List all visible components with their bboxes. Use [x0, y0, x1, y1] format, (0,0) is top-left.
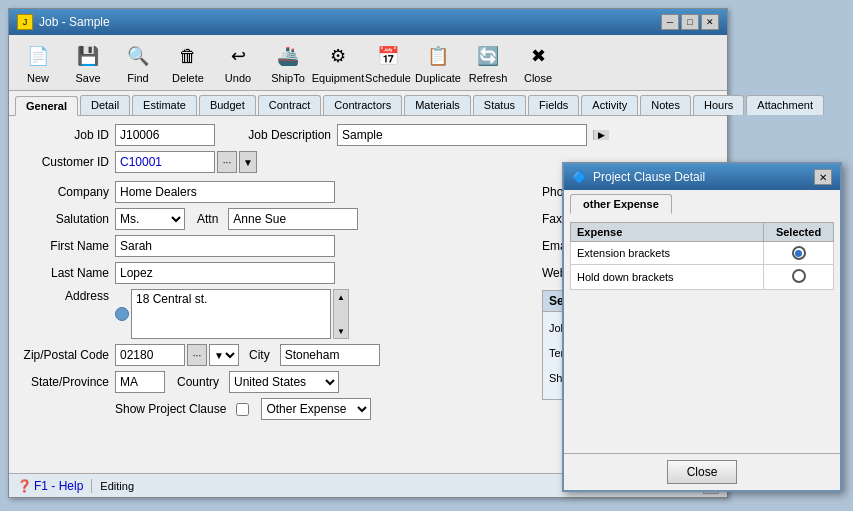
equipment-icon: ⚙ — [323, 41, 353, 71]
new-icon: 📄 — [23, 41, 53, 71]
dialog-title-icon: 🔷 — [572, 170, 587, 184]
selected-cell-1[interactable] — [764, 242, 834, 265]
first-name-label: First Name — [19, 239, 109, 253]
tab-notes[interactable]: Notes — [640, 95, 691, 115]
company-label: Company — [19, 185, 109, 199]
scroll-up-button[interactable]: ▲ — [334, 290, 348, 304]
toolbar: 📄 New 💾 Save 🔍 Find 🗑 Delete ↩ Undo 🚢 Sh… — [9, 35, 727, 91]
salutation-select[interactable]: Ms. Mr. Dr. — [115, 208, 185, 230]
tab-general[interactable]: General — [15, 96, 78, 116]
tab-contract[interactable]: Contract — [258, 95, 322, 115]
refresh-icon: 🔄 — [473, 41, 503, 71]
job-id-input[interactable] — [115, 124, 215, 146]
first-name-input[interactable] — [115, 235, 335, 257]
tab-attachment[interactable]: Attachment — [746, 95, 824, 115]
address-row: Address 18 Central st. ▲ ▼ — [19, 289, 522, 339]
state-country-row: State/Province Country United States Can… — [19, 371, 522, 393]
shipto-label: ShipTo — [271, 72, 305, 84]
zip-dropdown[interactable]: ▼ — [209, 344, 239, 366]
last-name-label: Last Name — [19, 266, 109, 280]
address-textarea[interactable]: 18 Central st. — [131, 289, 331, 339]
country-label: Country — [177, 375, 219, 389]
job-id-row: Job ID Job Description ▶ — [19, 124, 717, 146]
job-id-label: Job ID — [19, 128, 109, 142]
delete-icon: 🗑 — [173, 41, 203, 71]
col-expense: Expense — [571, 223, 764, 242]
customer-id-input[interactable] — [115, 151, 215, 173]
new-label: New — [27, 72, 49, 84]
selected-cell-2[interactable] — [764, 265, 834, 290]
shipto-button[interactable]: 🚢 ShipTo — [265, 39, 311, 86]
refresh-button[interactable]: 🔄 Refresh — [465, 39, 511, 86]
window-icon: J — [17, 14, 33, 30]
help-link[interactable]: ❓ F1 - Help — [17, 479, 83, 493]
maximize-button[interactable]: □ — [681, 14, 699, 30]
shipto-icon: 🚢 — [273, 41, 303, 71]
dialog-close-btn[interactable]: Close — [667, 460, 737, 484]
tab-fields[interactable]: Fields — [528, 95, 579, 115]
job-desc-scroll[interactable]: ▶ — [593, 130, 609, 140]
show-project-clause-checkbox[interactable] — [236, 403, 249, 416]
last-name-input[interactable] — [115, 262, 335, 284]
undo-button[interactable]: ↩ Undo — [215, 39, 261, 86]
schedule-button[interactable]: 📅 Schedule — [365, 39, 411, 86]
zip-dots-button[interactable]: ··· — [187, 344, 207, 366]
zip-city-row: Zip/Postal Code ··· ▼ City — [19, 344, 522, 366]
help-label: F1 - Help — [34, 479, 83, 493]
attn-input[interactable] — [228, 208, 358, 230]
tab-materials[interactable]: Materials — [404, 95, 471, 115]
radio-unselected-2[interactable] — [792, 269, 806, 283]
dialog-close-button[interactable]: ✕ — [814, 169, 832, 185]
salutation-label: Salutation — [19, 212, 109, 226]
delete-button[interactable]: 🗑 Delete — [165, 39, 211, 86]
col-selected: Selected — [764, 223, 834, 242]
company-input[interactable] — [115, 181, 335, 203]
title-bar: J Job - Sample ─ □ ✕ — [9, 9, 727, 35]
tab-detail[interactable]: Detail — [80, 95, 130, 115]
duplicate-label: Duplicate — [415, 72, 461, 84]
duplicate-icon: 📋 — [423, 41, 453, 71]
duplicate-button[interactable]: 📋 Duplicate — [415, 39, 461, 86]
job-desc-input[interactable] — [337, 124, 587, 146]
close-toolbar-button[interactable]: ✖ Close — [515, 39, 561, 86]
address-label: Address — [19, 289, 109, 303]
find-button[interactable]: 🔍 Find — [115, 39, 161, 86]
status-divider — [91, 479, 92, 493]
address-scrollbar[interactable]: ▲ ▼ — [333, 289, 349, 339]
editing-status: Editing — [100, 480, 134, 492]
dialog-tab-row: other Expense — [564, 190, 840, 214]
city-input[interactable] — [280, 344, 380, 366]
customer-id-arrow-button[interactable]: ▼ — [239, 151, 257, 173]
dialog-tab-other-expense[interactable]: other Expense — [570, 194, 672, 214]
tab-estimate[interactable]: Estimate — [132, 95, 197, 115]
zip-wrapper: ··· ▼ — [115, 344, 239, 366]
dialog-title-text: Project Clause Detail — [593, 170, 705, 184]
tabs-row: General Detail Estimate Budget Contract … — [9, 91, 727, 116]
tab-contractors[interactable]: Contractors — [323, 95, 402, 115]
zip-input[interactable] — [115, 344, 185, 366]
tab-activity[interactable]: Activity — [581, 95, 638, 115]
minimize-button[interactable]: ─ — [661, 14, 679, 30]
country-select[interactable]: United States Canada UK — [229, 371, 339, 393]
tab-hours[interactable]: Hours — [693, 95, 744, 115]
customer-id-dots-button[interactable]: ··· — [217, 151, 237, 173]
dialog-footer: Close — [564, 453, 840, 490]
radio-selected-1[interactable] — [792, 246, 806, 260]
new-button[interactable]: 📄 New — [15, 39, 61, 86]
refresh-label: Refresh — [469, 72, 508, 84]
salutation-row: Salutation Ms. Mr. Dr. Attn — [19, 208, 522, 230]
save-button[interactable]: 💾 Save — [65, 39, 111, 86]
project-clause-dialog: 🔷 Project Clause Detail ✕ other Expense … — [562, 162, 842, 492]
show-project-clause-label: Show Project Clause — [115, 402, 226, 416]
tab-status[interactable]: Status — [473, 95, 526, 115]
other-expense-select[interactable]: Other Expense — [261, 398, 371, 420]
close-toolbar-label: Close — [524, 72, 552, 84]
state-input[interactable] — [115, 371, 165, 393]
left-column: Company Salutation Ms. Mr. Dr. Attn — [19, 181, 522, 425]
scroll-down-button[interactable]: ▼ — [334, 324, 348, 338]
tab-budget[interactable]: Budget — [199, 95, 256, 115]
equipment-button[interactable]: ⚙ Equipment — [315, 39, 361, 86]
close-window-button[interactable]: ✕ — [701, 14, 719, 30]
address-wrapper: 18 Central st. ▲ ▼ — [131, 289, 349, 339]
state-label: State/Province — [19, 375, 109, 389]
